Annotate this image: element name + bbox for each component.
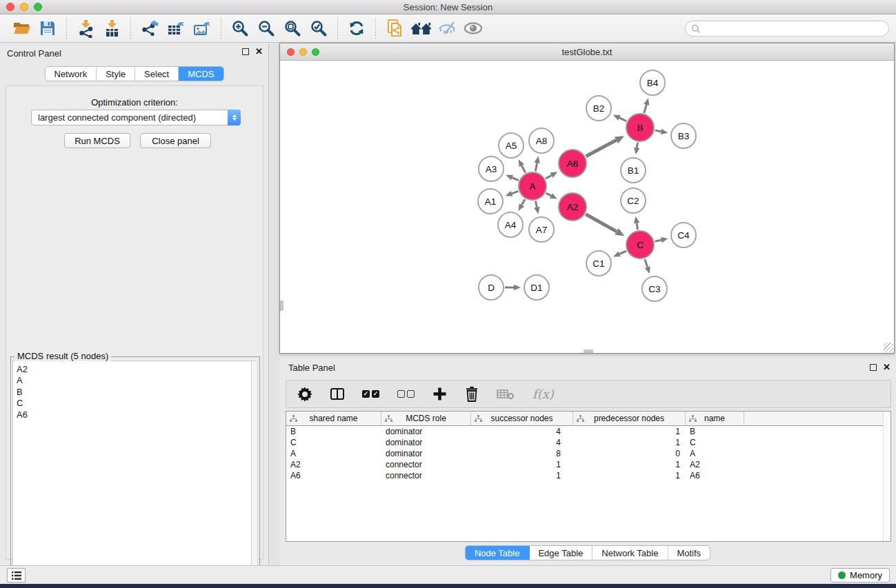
cell-predecessor-nodes[interactable]: 1	[573, 471, 686, 480]
cell-name[interactable]: A6	[686, 471, 744, 480]
cell-predecessor-nodes[interactable]: 1	[573, 427, 686, 436]
graph-node-B3[interactable]: B3	[670, 123, 697, 149]
cell-predecessor-nodes[interactable]: 0	[573, 449, 686, 458]
show-all-icon[interactable]	[461, 17, 485, 39]
attribute-settings-icon[interactable]	[297, 384, 312, 405]
save-session-icon[interactable]	[36, 17, 59, 39]
first-neighbors-icon[interactable]	[409, 17, 432, 39]
graph-node-B2[interactable]: B2	[586, 95, 612, 121]
graph-node-A4[interactable]: A4	[497, 212, 524, 238]
table-row[interactable]: A6connector11A6	[286, 470, 890, 481]
float-table-panel-icon[interactable]	[870, 364, 877, 371]
column-header-MCDS-role[interactable]: MCDS role	[381, 412, 471, 425]
cell-successor-nodes[interactable]: 4	[471, 438, 573, 447]
cell-successor-nodes[interactable]: 1	[471, 471, 573, 480]
graph-node-A3[interactable]: A3	[478, 156, 504, 182]
cell-successor-nodes[interactable]: 1	[471, 460, 573, 469]
window-minimize-icon[interactable]	[20, 3, 28, 11]
cell-name[interactable]: B	[686, 427, 744, 436]
search-field[interactable]	[685, 21, 889, 37]
network-canvas[interactable]: B4B2BB3A5A8A6A3B1AA1C2A2A4A7C4CC1DD1C3	[280, 61, 894, 353]
delete-table-icon[interactable]	[497, 384, 515, 405]
window-zoom-icon[interactable]	[34, 3, 42, 11]
cell-MCDS-role[interactable]: dominator	[381, 427, 471, 436]
network-window-titlebar[interactable]: testGlobe.txt	[280, 43, 894, 61]
deselect-all-columns-icon[interactable]	[397, 384, 415, 405]
float-panel-icon[interactable]	[242, 48, 249, 55]
window-close-icon[interactable]	[6, 3, 14, 11]
graph-node-C4[interactable]: C4	[670, 222, 697, 248]
canvas-horizontal-scroll-thumb[interactable]	[584, 349, 593, 353]
canvas-vertical-scroll-thumb[interactable]	[280, 301, 283, 311]
cell-predecessor-nodes[interactable]: 1	[573, 438, 686, 447]
cell-shared-name[interactable]: A6	[286, 471, 381, 480]
graph-node-A8[interactable]: A8	[528, 128, 555, 154]
mcds-result-scrollbar[interactable]	[251, 361, 258, 588]
column-header-shared-name[interactable]: shared name	[286, 412, 381, 425]
network-window-close-icon[interactable]	[287, 48, 295, 56]
cell-shared-name[interactable]: B	[286, 427, 381, 436]
table-scrollbar[interactable]	[883, 412, 890, 541]
graph-node-C3[interactable]: C3	[641, 276, 668, 302]
close-panel-button[interactable]: Close panel	[140, 133, 211, 148]
mcds-result-item[interactable]: A2	[17, 364, 252, 375]
network-window-zoom-icon[interactable]	[312, 48, 319, 56]
new-network-from-selection-icon[interactable]	[383, 17, 406, 39]
zoom-in-icon[interactable]	[228, 17, 252, 39]
tab-edge-table[interactable]: Edge Table	[529, 546, 593, 560]
refresh-icon[interactable]	[345, 17, 368, 39]
tab-node-table[interactable]: Node Table	[466, 546, 530, 560]
zoom-out-icon[interactable]	[255, 17, 278, 39]
tab-select[interactable]: Select	[135, 67, 179, 81]
cell-shared-name[interactable]: C	[286, 438, 381, 447]
export-table-icon[interactable]	[164, 17, 188, 39]
table-row[interactable]: A2connector11A2	[286, 459, 890, 470]
cell-name[interactable]: C	[686, 438, 744, 447]
memory-button[interactable]: Memory	[830, 568, 890, 582]
graph-node-D[interactable]: D	[478, 274, 504, 301]
column-view-icon[interactable]	[330, 384, 344, 405]
export-image-icon[interactable]	[190, 17, 214, 39]
tab-network-table[interactable]: Network Table	[593, 546, 668, 560]
cell-MCDS-role[interactable]: connector	[381, 460, 471, 469]
mcds-result-list[interactable]: A2ABCA6	[12, 361, 252, 588]
cell-predecessor-nodes[interactable]: 1	[573, 460, 686, 469]
open-session-icon[interactable]	[10, 17, 33, 39]
cell-shared-name[interactable]: A	[286, 449, 381, 458]
search-input[interactable]	[704, 24, 888, 34]
column-header-successor-nodes[interactable]: successor nodes	[471, 412, 573, 425]
cell-successor-nodes[interactable]: 8	[471, 449, 573, 458]
task-history-button[interactable]	[7, 568, 26, 582]
window-resize-grip[interactable]	[884, 343, 893, 352]
tab-style[interactable]: Style	[97, 67, 135, 81]
zoom-selected-icon[interactable]	[307, 17, 330, 39]
delete-column-icon[interactable]	[465, 384, 479, 405]
select-all-columns-icon[interactable]: ✓✓	[362, 384, 379, 405]
function-builder-icon[interactable]: f(x)	[532, 384, 554, 405]
graph-node-C1[interactable]: C1	[586, 250, 612, 276]
column-header-predecessor-nodes[interactable]: predecessor nodes	[573, 412, 686, 425]
column-header-name[interactable]: name	[686, 412, 744, 425]
hide-selected-icon[interactable]	[435, 17, 459, 39]
add-column-icon[interactable]	[432, 384, 447, 405]
cell-MCDS-role[interactable]: connector	[381, 471, 471, 480]
graph-node-A[interactable]: A	[518, 172, 547, 201]
graph-node-A7[interactable]: A7	[528, 216, 555, 243]
optimization-criterion-select[interactable]: largest connected component (directed)	[31, 110, 241, 125]
table-row[interactable]: Bdominator41B	[286, 426, 890, 437]
tab-motifs[interactable]: Motifs	[668, 546, 710, 560]
import-network-icon[interactable]	[74, 17, 97, 39]
cell-MCDS-role[interactable]: dominator	[381, 438, 471, 447]
close-table-panel-icon[interactable]: ✕	[883, 364, 890, 371]
graph-node-C[interactable]: C	[626, 230, 655, 259]
import-table-icon[interactable]	[100, 17, 123, 39]
close-panel-icon[interactable]: ✕	[255, 48, 263, 55]
cell-name[interactable]: A	[686, 449, 744, 458]
table-row[interactable]: Cdominator41C	[286, 437, 890, 448]
graph-node-B4[interactable]: B4	[639, 70, 666, 96]
graph-node-A2[interactable]: A2	[558, 192, 587, 221]
mcds-result-item[interactable]: A6	[17, 409, 252, 420]
graph-node-A6[interactable]: A6	[558, 149, 587, 178]
graph-node-D1[interactable]: D1	[524, 274, 550, 301]
graph-node-B[interactable]: B	[626, 113, 655, 142]
